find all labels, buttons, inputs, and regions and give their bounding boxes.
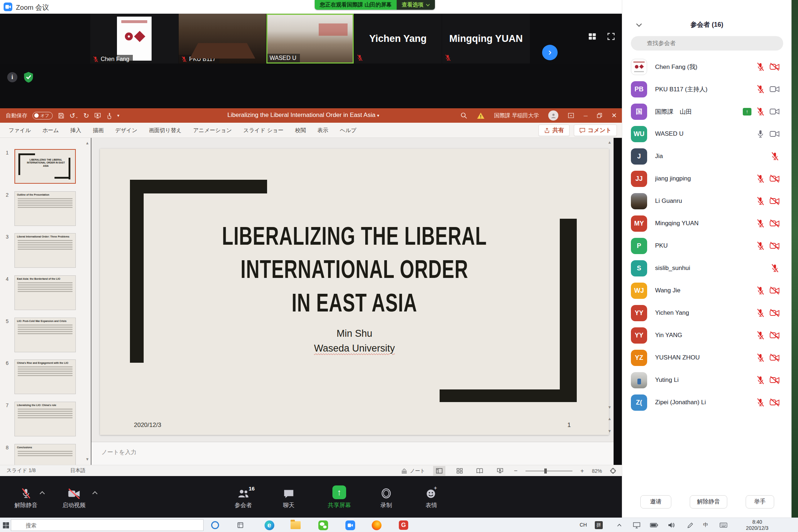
taskbar-clock[interactable]: 8:40 2020/12/3 [739, 519, 775, 531]
zoom-slider[interactable] [526, 471, 572, 471]
slide-canvas[interactable]: LIBERALIZING THE LIBERAL INTERNATIONAL O… [100, 149, 609, 435]
zoom-taskbar-icon[interactable] [344, 519, 356, 531]
editor-scroll-down[interactable]: ▼ [607, 405, 612, 409]
ppt-minimize-button[interactable]: ─ [584, 113, 588, 119]
slide-sorter-view-button[interactable] [453, 466, 466, 476]
participant-row-10[interactable]: WJWang Jie [622, 279, 792, 302]
zoom-in-button[interactable]: + [580, 467, 584, 475]
participant-row-4[interactable]: JJia [622, 145, 792, 167]
unmute-all-button[interactable]: 解除静音 [690, 495, 727, 509]
ime-language-indicator[interactable]: CH [580, 522, 587, 528]
ppt-comments-button[interactable]: コメント [574, 125, 617, 136]
thumbnail-preview[interactable]: LIO: Post-Cold War Expansion and Crisis [14, 318, 76, 352]
red-app-icon[interactable]: G [398, 519, 409, 531]
meeting-info-icon[interactable]: i [7, 72, 17, 82]
participant-row-8[interactable]: PPKU [622, 235, 792, 257]
participants-button[interactable]: 16 参会者 [225, 486, 261, 509]
battery-tray-icon[interactable] [648, 519, 660, 531]
zoom-slider-handle[interactable] [544, 468, 547, 474]
participant-row-2[interactable]: 国国際課 山田↑ [622, 100, 792, 123]
gallery-view-icon[interactable] [588, 32, 597, 41]
participant-row-15[interactable]: Z(Zipei (Jonathan) Li [622, 391, 792, 414]
thumbnail-preview[interactable]: LIBERALIZING THE LIBERAL INTERNATIONAL O… [14, 149, 76, 184]
ppt-document-title[interactable]: Liberalizing the Liberal International O… [227, 112, 379, 119]
upload-pending-warning-icon[interactable] [477, 112, 485, 119]
ribbon-tab-5[interactable]: 画面切り替え [143, 123, 188, 138]
pen-tray-icon[interactable] [684, 519, 696, 531]
notes-toggle-button[interactable]: ノート [401, 468, 425, 474]
participant-row-6[interactable]: Li Guanru [622, 190, 792, 212]
ribbon-tab-8[interactable]: 校閲 [289, 123, 312, 138]
thumbnail-preview[interactable]: China's Rise and Engagement with the LIO [14, 359, 76, 394]
ribbon-tab-1[interactable]: ホーム [36, 123, 65, 138]
video-tile-wased-u[interactable]: WASED U [266, 14, 354, 64]
participant-row-11[interactable]: YYYichen Yang [622, 302, 792, 324]
ribbon-tab-10[interactable]: ヘルプ [334, 123, 362, 138]
participant-row-14[interactable]: Yuting Li [622, 369, 792, 391]
ppt-restore-button[interactable] [597, 113, 602, 118]
notes-pane[interactable]: ノートを入力 [91, 442, 614, 465]
chat-button[interactable]: 聊天 [274, 486, 303, 509]
audio-options-caret[interactable] [40, 490, 45, 496]
taskbar-search-input[interactable] [11, 519, 204, 531]
video-options-caret[interactable] [92, 490, 97, 496]
undo-icon[interactable]: ↺⌄ [70, 112, 78, 120]
encryption-shield-icon[interactable] [23, 71, 34, 83]
editor-scroll-up[interactable]: ▲ [607, 140, 612, 144]
thumb-scroll-up[interactable]: ▲ [84, 141, 90, 145]
fit-slide-button[interactable] [610, 468, 616, 474]
task-view-icon[interactable] [235, 519, 246, 531]
next-slide-button[interactable]: ▼ [607, 429, 612, 433]
autosave-toggle[interactable]: オフ [32, 112, 53, 119]
language-indicator[interactable]: 日本語 [70, 467, 86, 474]
fullscreen-icon[interactable] [606, 32, 616, 41]
participant-row-5[interactable]: JJjiang jingping [622, 167, 792, 190]
video-tile-yichen-yang[interactable]: Yichen Yang [354, 14, 442, 64]
firefox-icon[interactable] [371, 519, 382, 531]
ime-chinese-indicator[interactable]: 中 [703, 522, 708, 528]
ppt-close-button[interactable]: ✕ [611, 112, 617, 119]
video-tile-chen-fang[interactable]: Chen Fang [90, 14, 178, 64]
participant-row-3[interactable]: WUWASED U [622, 123, 792, 145]
tray-expand-caret[interactable] [614, 519, 625, 531]
edge-browser-icon[interactable]: e [263, 519, 275, 531]
invite-button[interactable]: 邀请 [640, 495, 671, 509]
slide-author-block[interactable]: Min Shu Waseda University [100, 326, 609, 356]
ribbon-tab-4[interactable]: デザイン [109, 123, 143, 138]
slide-title[interactable]: LIBERALIZING THE LIBERAL INTERNATIONAL O… [126, 219, 584, 319]
participant-row-13[interactable]: YZYUSHAN ZHOU [622, 346, 792, 369]
cortana-icon[interactable] [209, 519, 221, 531]
unmute-button[interactable]: 解除静音 [8, 486, 44, 509]
thumbnail-preview[interactable]: Liberal International Order: Three Probl… [14, 233, 76, 268]
ppt-account-name[interactable]: 国際課 早稲田大学 [494, 112, 539, 119]
normal-view-button[interactable] [433, 466, 445, 476]
ribbon-tab-3[interactable]: 描画 [87, 123, 109, 138]
zoom-out-button[interactable]: − [514, 467, 518, 475]
start-button[interactable] [0, 519, 12, 531]
zoom-percent[interactable]: 82% [592, 468, 602, 474]
next-videos-button[interactable]: › [542, 45, 558, 60]
thumbnail-preview[interactable]: Liberalizing the LIO: China's role [14, 402, 76, 436]
start-slideshow-icon[interactable] [94, 112, 101, 119]
previous-slide-button[interactable]: ▲ [607, 417, 612, 421]
account-avatar[interactable] [548, 110, 558, 121]
ribbon-tab-6[interactable]: アニメーション [187, 123, 237, 138]
start-video-button[interactable]: 启动视频 [54, 486, 94, 509]
participant-row-12[interactable]: YYYin YANG [622, 324, 792, 346]
file-explorer-icon[interactable] [290, 519, 301, 531]
participant-row-9[interactable]: Ssislib_sunhui [622, 257, 792, 279]
record-button[interactable]: 录制 [372, 486, 401, 509]
ppt-share-button[interactable]: 共有 [538, 125, 570, 136]
participant-row-1[interactable]: PBPKU B117 (主持人) [622, 78, 792, 100]
ribbon-display-options-icon[interactable] [568, 112, 574, 119]
save-icon[interactable] [58, 112, 65, 119]
reactions-button[interactable]: + 表情 [417, 486, 446, 509]
wechat-icon[interactable] [317, 519, 329, 531]
share-screen-button[interactable]: ↑ 共享屏幕 [321, 486, 357, 509]
slideshow-view-button[interactable] [494, 466, 506, 476]
qat-customize-icon[interactable]: ▾ [117, 113, 119, 118]
participant-search-input[interactable] [631, 36, 783, 51]
ime-mode-badge[interactable]: 拼 [595, 521, 603, 529]
ribbon-tab-2[interactable]: 挿入 [65, 123, 87, 138]
video-tile-mingqing-yuan[interactable]: Mingqing YUAN [442, 14, 530, 64]
